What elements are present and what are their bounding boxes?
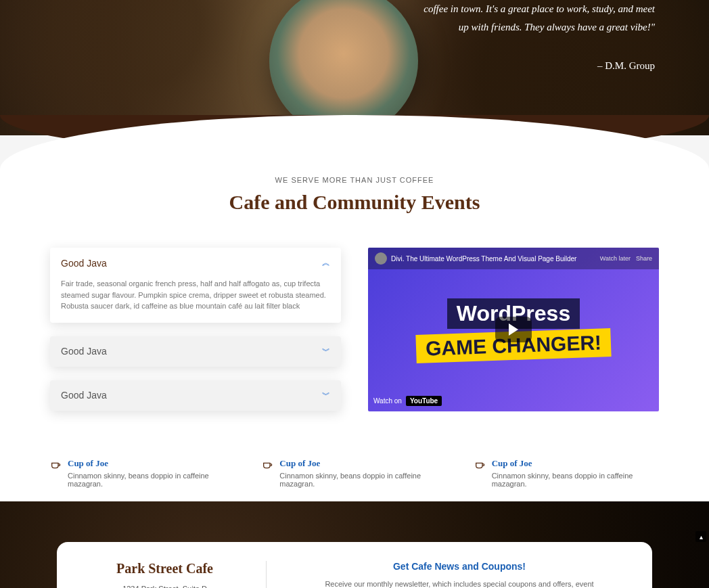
- features-row: Cup of Joe Cinnamon skinny, beans doppio…: [50, 458, 659, 488]
- play-icon[interactable]: [495, 317, 532, 342]
- feature-item: Cup of Joe Cinnamon skinny, beans doppio…: [50, 458, 235, 488]
- accordion-title: Good Java: [61, 258, 107, 269]
- watch-later-button[interactable]: Watch later: [600, 255, 631, 262]
- footer-contact: Park Street Cafe 1234 Park Street, Suite…: [77, 561, 267, 589]
- video-title-bar: Divi. The Ultimate WordPress Theme And V…: [368, 248, 659, 269]
- chevron-up-icon: ︽: [322, 257, 330, 269]
- feature-title: Cup of Joe: [68, 458, 235, 469]
- footer-section: Park Street Cafe 1234 Park Street, Suite…: [0, 501, 709, 589]
- accordion-column: Good Java ︽ Fair trade, seasonal organic…: [50, 248, 341, 424]
- section-subheading: WE SERVE MORE THAN JUST COFFEE: [0, 176, 709, 184]
- chevron-down-icon: ︾: [322, 390, 330, 401]
- feature-title: Cup of Joe: [279, 458, 447, 469]
- watch-on-badge[interactable]: Watch on YouTube: [373, 396, 442, 406]
- newsletter-desc: Receive our monthly newsletter, which in…: [317, 579, 601, 589]
- footer-card: Park Street Cafe 1234 Park Street, Suite…: [57, 542, 652, 589]
- feature-desc: Cinnamon skinny, beans doppio in caffein…: [68, 472, 235, 488]
- address-line-1: 1234 Park Street, Suite D: [77, 583, 252, 589]
- feature-desc: Cinnamon skinny, beans doppio in caffein…: [492, 472, 659, 488]
- feature-desc: Cinnamon skinny, beans doppio in caffein…: [279, 472, 447, 488]
- cup-icon: [474, 459, 485, 488]
- accordion-item: Good Java ︽ Fair trade, seasonal organic…: [50, 248, 341, 323]
- cup-icon: [262, 459, 273, 488]
- watch-on-label: Watch on: [373, 397, 402, 405]
- accordion-header[interactable]: Good Java ︾: [50, 336, 341, 367]
- share-button[interactable]: Share: [636, 255, 652, 262]
- feature-item: Cup of Joe Cinnamon skinny, beans doppio…: [262, 458, 447, 488]
- testimonial-text: coffee in town. It's a great place to wo…: [411, 0, 655, 37]
- testimonial-author: – D.M. Group: [411, 57, 655, 75]
- accordion-title: Good Java: [61, 390, 107, 401]
- cafe-name: Park Street Cafe: [77, 561, 252, 576]
- feature-item: Cup of Joe Cinnamon skinny, beans doppio…: [474, 458, 659, 488]
- accordion-header[interactable]: Good Java ︾: [50, 380, 341, 411]
- testimonial-block: coffee in town. It's a great place to wo…: [411, 0, 655, 75]
- section-headline: Cafe and Community Events: [0, 191, 709, 214]
- accordion-body: Fair trade, seasonal organic french pres…: [50, 278, 341, 323]
- footer-newsletter: Get Cafe News and Coupons! Receive our m…: [267, 561, 632, 589]
- newsletter-title: Get Cafe News and Coupons!: [287, 561, 632, 572]
- video-embed[interactable]: Divi. The Ultimate WordPress Theme And V…: [368, 248, 659, 411]
- scroll-to-top-button[interactable]: ▴: [695, 531, 706, 542]
- video-column: Divi. The Ultimate WordPress Theme And V…: [368, 248, 659, 424]
- cup-icon: [50, 459, 61, 488]
- events-section: WE SERVE MORE THAN JUST COFFEE Cafe and …: [0, 169, 709, 528]
- accordion-item: Good Java ︾: [50, 380, 341, 411]
- video-channel-avatar[interactable]: [375, 252, 387, 265]
- youtube-badge: YouTube: [406, 396, 442, 406]
- accordion-item: Good Java ︾: [50, 336, 341, 367]
- feature-title: Cup of Joe: [492, 458, 659, 469]
- video-title: Divi. The Ultimate WordPress Theme And V…: [391, 255, 576, 263]
- accordion-header[interactable]: Good Java ︽: [50, 248, 341, 278]
- chevron-down-icon: ︾: [322, 346, 330, 357]
- accordion-title: Good Java: [61, 346, 107, 357]
